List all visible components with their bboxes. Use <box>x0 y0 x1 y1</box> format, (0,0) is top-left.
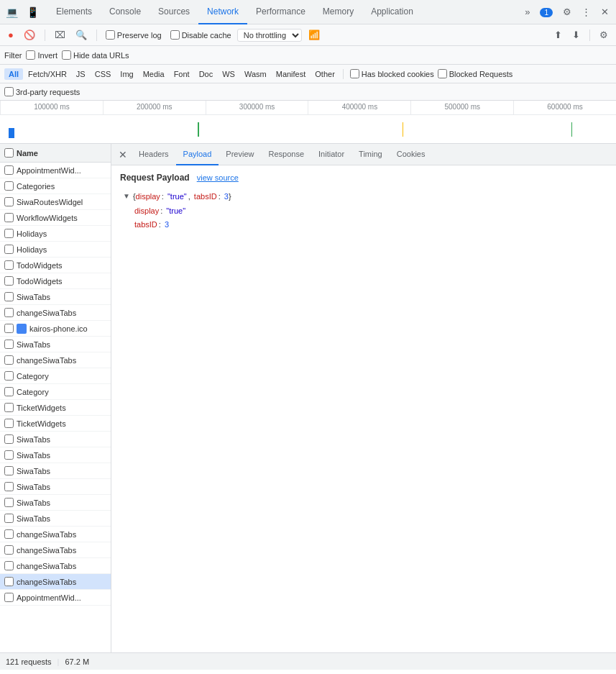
filter-font[interactable]: Font <box>170 68 194 80</box>
third-party-input[interactable] <box>4 87 14 96</box>
tab-preview[interactable]: Preview <box>219 144 261 165</box>
row-checkbox[interactable] <box>4 371 14 381</box>
request-row[interactable]: Category <box>0 368 111 384</box>
row-checkbox[interactable] <box>4 561 14 570</box>
row-checkbox[interactable] <box>4 577 14 586</box>
request-row[interactable]: WorkflowWidgets <box>0 210 111 226</box>
request-row[interactable]: Category <box>0 384 111 400</box>
record-button[interactable]: ● <box>4 27 17 42</box>
request-row[interactable]: TodoWidgets <box>0 258 111 273</box>
filter-media[interactable]: Media <box>139 68 169 80</box>
request-row[interactable]: changeSiwaTabs <box>0 574 111 590</box>
row-checkbox[interactable] <box>4 340 14 349</box>
tab-initiator[interactable]: Initiator <box>311 144 351 165</box>
request-row[interactable]: changeSiwaTabs <box>0 542 111 558</box>
blocked-cookies-input[interactable] <box>350 69 359 78</box>
row-checkbox[interactable] <box>4 260 14 270</box>
filter-button[interactable]: ⌧ <box>51 27 69 42</box>
row-checkbox[interactable] <box>4 593 14 602</box>
clear-button[interactable]: 🚫 <box>20 27 39 42</box>
tree-toggle[interactable]: ▼ <box>123 191 130 202</box>
filter-other[interactable]: Other <box>311 68 339 80</box>
request-row[interactable]: TodoWidgets <box>0 273 111 289</box>
row-checkbox[interactable] <box>4 434 14 444</box>
request-row[interactable]: AppointmentWid... <box>0 163 111 178</box>
request-row[interactable]: kairos-phone.ico <box>0 321 111 337</box>
tab-network[interactable]: Network <box>198 0 247 24</box>
request-row[interactable]: AppointmentWid... <box>0 590 111 606</box>
row-checkbox[interactable] <box>4 276 14 286</box>
filter-css[interactable]: CSS <box>91 68 116 80</box>
invert-checkbox[interactable]: Invert <box>26 50 58 60</box>
select-all-checkbox[interactable] <box>4 148 14 158</box>
filter-js[interactable]: JS <box>72 68 90 80</box>
hide-data-urls-checkbox[interactable]: Hide data URLs <box>62 50 129 60</box>
wifi-icon[interactable]: 📶 <box>305 27 323 42</box>
tab-headers[interactable]: Headers <box>132 144 176 165</box>
row-checkbox[interactable] <box>4 545 14 555</box>
request-row[interactable]: SiwaTabs <box>0 447 111 463</box>
filter-fetch-xhr[interactable]: Fetch/XHR <box>24 68 71 80</box>
preserve-log-checkbox[interactable]: Preserve log <box>106 30 162 40</box>
tab-performance[interactable]: Performance <box>247 0 314 24</box>
row-checkbox[interactable] <box>4 387 14 396</box>
tab-elements[interactable]: Elements <box>47 0 101 24</box>
more-tabs-icon[interactable]: » <box>520 4 534 20</box>
close-icon[interactable]: ✕ <box>597 4 613 20</box>
tab-sources[interactable]: Sources <box>150 0 198 24</box>
request-row[interactable]: TicketWidgets <box>0 400 111 416</box>
row-checkbox[interactable] <box>4 419 14 428</box>
devtools-badge[interactable]: 1 <box>535 4 557 20</box>
detail-close-button[interactable]: ✕ <box>114 146 132 163</box>
row-checkbox[interactable] <box>4 514 14 523</box>
third-party-checkbox[interactable]: 3rd-party requests <box>4 87 80 96</box>
request-row[interactable]: SiwaTabs <box>0 495 111 511</box>
row-checkbox[interactable] <box>4 292 14 301</box>
hide-data-urls-input[interactable] <box>62 50 71 60</box>
request-row[interactable]: Holidays <box>0 242 111 258</box>
request-row[interactable]: changeSiwaTabs <box>0 527 111 542</box>
request-row[interactable]: SiwaTabs <box>0 432 111 447</box>
more-options-icon[interactable]: ⋮ <box>577 4 595 20</box>
settings-icon[interactable]: ⚙ <box>596 27 612 42</box>
filter-manifest[interactable]: Manifest <box>272 68 311 80</box>
tab-cookies[interactable]: Cookies <box>390 144 433 165</box>
filter-wasm[interactable]: Wasm <box>240 68 271 80</box>
row-checkbox[interactable] <box>4 213 14 222</box>
row-checkbox[interactable] <box>4 181 14 191</box>
request-row[interactable]: SiwaTabs <box>0 479 111 495</box>
request-row[interactable]: changeSiwaTabs <box>0 558 111 574</box>
filter-img[interactable]: Img <box>116 68 137 80</box>
request-row[interactable]: Categories <box>0 178 111 194</box>
request-row[interactable]: Holidays <box>0 226 111 242</box>
export-icon[interactable]: ⬇ <box>569 27 584 42</box>
tab-memory[interactable]: Memory <box>314 0 362 24</box>
tab-application[interactable]: Application <box>362 0 422 24</box>
request-row[interactable]: SiwaTabs <box>0 337 111 352</box>
row-checkbox[interactable] <box>4 245 14 254</box>
row-checkbox[interactable] <box>4 197 14 206</box>
request-row[interactable]: SiwaTabs <box>0 289 111 305</box>
inspect-icon[interactable]: 💻 <box>3 4 21 21</box>
request-row[interactable]: SiwaRoutesWidgel <box>0 194 111 210</box>
invert-input[interactable] <box>26 50 35 60</box>
row-checkbox[interactable] <box>4 529 14 539</box>
request-row[interactable]: SiwaTabs <box>0 511 111 527</box>
row-checkbox[interactable] <box>4 324 14 333</box>
device-toggle-icon[interactable]: 📱 <box>24 4 42 21</box>
tab-console[interactable]: Console <box>101 0 150 24</box>
request-row[interactable]: TicketWidgets <box>0 416 111 432</box>
import-icon[interactable]: ⬆ <box>551 27 566 42</box>
row-checkbox[interactable] <box>4 403 14 412</box>
tab-response[interactable]: Response <box>261 144 311 165</box>
filter-all[interactable]: All <box>4 68 23 80</box>
tab-timing[interactable]: Timing <box>351 144 390 165</box>
request-row[interactable]: SiwaTabs <box>0 463 111 479</box>
filter-doc[interactable]: Doc <box>195 68 218 80</box>
row-checkbox[interactable] <box>4 450 14 460</box>
row-checkbox[interactable] <box>4 498 14 507</box>
settings-icon[interactable]: ⚙ <box>558 4 576 20</box>
tab-payload[interactable]: Payload <box>176 144 219 165</box>
row-checkbox[interactable] <box>4 308 14 317</box>
request-list[interactable]: Name AppointmentWid...CategoriesSiwaRout… <box>0 144 111 652</box>
